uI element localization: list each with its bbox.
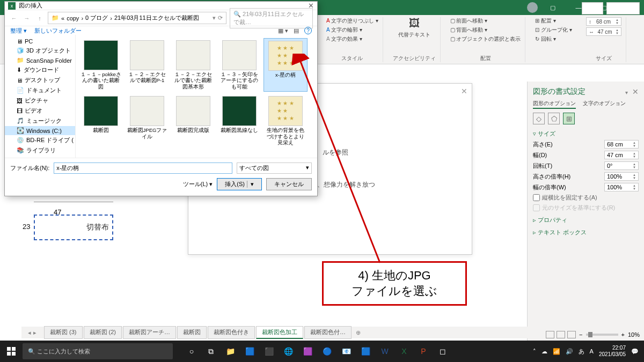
file-grid[interactable]: １－１－pokkeさんの書いた裁断図１－２－エクセルで裁断図P-1１－２－エクセ… — [76, 35, 317, 158]
nav-up-icon[interactable]: ↑ — [35, 15, 45, 21]
file-filter-select[interactable]: すべての図▾ — [237, 162, 312, 174]
taskbar-search-input[interactable]: 🔍 ここに入力して検索 — [23, 343, 173, 359]
sheet-tab[interactable]: 裁断図 (2) — [84, 326, 122, 339]
wscale-input[interactable]: 100%▲▼ — [604, 183, 639, 191]
bring-forward-button[interactable]: ▢ 前面へ移動 ▾ — [450, 17, 488, 25]
alt-text-button[interactable]: 代替テキスト — [398, 31, 430, 39]
help-icon[interactable]: ? — [304, 27, 312, 34]
section-textbox[interactable]: ▹ テキスト ボックス — [533, 228, 639, 237]
shape-kirikae[interactable]: 切替布 — [34, 215, 113, 240]
effects-icon[interactable]: ⬠ — [548, 113, 560, 124]
panel-dropdown-icon[interactable]: ▾ — [625, 90, 628, 95]
file-item[interactable]: １－２－エクセルで書いた裁断図基本形 — [171, 38, 215, 92]
rotate-button[interactable]: ↻ 回転 ▾ — [535, 35, 556, 43]
insert-button[interactable]: 挿入(S)▾ — [217, 178, 262, 190]
task-view-icon[interactable]: ⧉ — [203, 343, 219, 359]
size-properties-icon[interactable]: ⊞ — [563, 113, 575, 124]
view-thumbnails-icon[interactable]: ▦ ▾ — [278, 27, 288, 34]
sheet-tab[interactable]: 裁断図色付… — [304, 326, 352, 339]
section-size[interactable]: ▿ サイズ — [533, 130, 639, 138]
view-normal-icon[interactable] — [546, 331, 554, 338]
app-icon[interactable]: 🌐 — [280, 343, 296, 359]
tree-item[interactable]: 💿BD-RE ドライブ ( — [5, 135, 75, 145]
text-fill-button[interactable]: A 文字の塗りつぶし ▾ — [326, 17, 378, 25]
text-effect-button[interactable]: A 文字の効果 ▾ — [326, 35, 362, 43]
cancel-button[interactable]: キャンセル — [266, 178, 312, 190]
tree-item[interactable]: 🖼ピクチャ — [5, 95, 75, 106]
explorer-icon[interactable]: 📁 — [222, 343, 238, 359]
shape-height-input[interactable]: ↕68 cm▲▼ — [586, 17, 621, 26]
tree-item[interactable]: 🎞ビデオ — [5, 106, 75, 116]
file-item[interactable]: 裁断図完成版 — [171, 94, 215, 147]
zoom-slider[interactable] — [586, 334, 618, 336]
file-item[interactable]: 生地の背景を色づけするとより見栄え — [264, 94, 308, 147]
tree-item[interactable]: 🖥デスクトップ — [5, 75, 75, 85]
preview-pane-icon[interactable]: ▤ — [294, 27, 299, 34]
app-icon[interactable]: ⬛ — [261, 343, 277, 359]
tray-chevron-icon[interactable]: ˄ — [533, 348, 536, 355]
tree-item[interactable]: ⬇ダウンロード — [5, 65, 75, 75]
zoom-value[interactable]: 10% — [628, 331, 640, 338]
sheet-tab[interactable]: 裁断図色加工 — [256, 326, 303, 339]
selection-pane-button[interactable]: ▢ オブジェクトの選択と表示 — [450, 35, 521, 43]
app-icon[interactable]: ◻ — [435, 343, 451, 359]
organize-button[interactable]: 整理 ▾ — [10, 27, 27, 35]
tree-item[interactable]: 📁ScanSnap Folder — [5, 56, 75, 65]
panel-close-icon[interactable]: ✕ — [461, 87, 467, 95]
sheet-tab[interactable]: 裁断図アーチ… — [123, 326, 176, 339]
section-properties[interactable]: ▹ プロパティ — [533, 216, 639, 224]
zoom-in-icon[interactable]: + — [621, 331, 625, 338]
file-item[interactable]: １－３－矢印をアーチにするのも可能 — [217, 38, 261, 92]
tray-icon[interactable]: A — [590, 348, 594, 354]
app-icon[interactable]: 🟪 — [299, 343, 316, 359]
lock-aspect-checkbox[interactable] — [533, 194, 540, 201]
word-icon[interactable]: W — [377, 343, 393, 359]
tree-item[interactable]: 💽Windows (C:) — [5, 126, 75, 135]
powerpoint-icon[interactable]: P — [415, 343, 431, 359]
hscale-input[interactable]: 100%▲▼ — [604, 172, 639, 181]
breadcrumb[interactable]: 📁 « copy› 0 ブログ› 21年03月11日エクセルで裁断図 ▾ ⟳ — [48, 12, 226, 24]
file-item[interactable]: 裁断図JPEGファイル — [125, 94, 169, 147]
search-input[interactable]: 🔍 21年03月11日エクセルで裁… — [230, 8, 313, 28]
sheet-nav-icon[interactable]: ◂ ▸ — [21, 329, 43, 336]
app-icon[interactable]: 🟦 — [357, 343, 374, 359]
start-button[interactable] — [0, 341, 23, 362]
filename-input[interactable]: x-星の柄 — [54, 162, 232, 174]
tree-item[interactable]: 🧊3D オブジェクト — [5, 46, 75, 56]
fill-line-icon[interactable]: ◇ — [533, 113, 545, 124]
app-icon[interactable]: 📧 — [338, 343, 354, 359]
width-input[interactable]: 47 cm▲▼ — [604, 151, 639, 159]
new-folder-button[interactable]: 新しいフォルダー — [34, 27, 82, 35]
notifications-icon[interactable]: 💬 — [631, 348, 639, 355]
view-pagelayout-icon[interactable] — [557, 331, 565, 338]
cortana-icon[interactable]: ○ — [184, 343, 200, 359]
sheet-tab[interactable]: 裁断図色付き — [208, 326, 255, 339]
tree-item[interactable]: 📄ドキュメント — [5, 85, 75, 95]
taskbar-clock[interactable]: 22:07 2021/03/05 — [599, 345, 626, 358]
excel-taskbar-icon[interactable]: X — [396, 343, 412, 359]
tray-icon[interactable]: 📶 — [553, 348, 560, 355]
shape-width-input[interactable]: ↔47 cm▲▼ — [586, 27, 621, 36]
group-button[interactable]: ⊡ グループ化 ▾ — [535, 26, 572, 34]
panel-close-icon[interactable]: ✕ — [632, 87, 639, 96]
add-sheet-button[interactable]: ⊕ — [353, 328, 364, 337]
comment-button[interactable]: コメント — [606, 2, 640, 14]
tools-dropdown[interactable]: ツール(L) ▾ — [183, 180, 213, 188]
folder-tree[interactable]: 🖥PC🧊3D オブジェクト📁ScanSnap Folder⬇ダウンロード🖥デスク… — [5, 35, 76, 158]
file-item[interactable]: １－２－エクセルで裁断図P-1 — [125, 38, 169, 92]
refresh-icon[interactable]: ⟳ — [218, 14, 223, 21]
ribbon-options-icon[interactable]: ▢ — [542, 2, 564, 13]
app-icon[interactable]: 🟦 — [241, 343, 258, 359]
nav-back-icon[interactable]: ← — [9, 15, 19, 21]
tree-item[interactable]: 📚ライブラリ — [5, 145, 75, 156]
file-item[interactable]: x-星の柄 — [264, 38, 308, 92]
file-item[interactable]: 裁断図 — [79, 94, 123, 147]
text-outline-button[interactable]: A 文字の輪郭 ▾ — [326, 26, 362, 34]
send-backward-button[interactable]: ▢ 背面へ移動 ▾ — [450, 26, 488, 34]
view-pagebreak-icon[interactable] — [567, 331, 576, 338]
alt-text-icon[interactable]: 🖼 — [409, 17, 420, 29]
file-item[interactable]: １－１－pokkeさんの書いた裁断図 — [79, 38, 123, 92]
tray-volume-icon[interactable]: 🔊 — [566, 348, 573, 355]
sheet-tab[interactable]: 裁断図 (3) — [44, 326, 83, 339]
avatar[interactable] — [527, 2, 538, 13]
